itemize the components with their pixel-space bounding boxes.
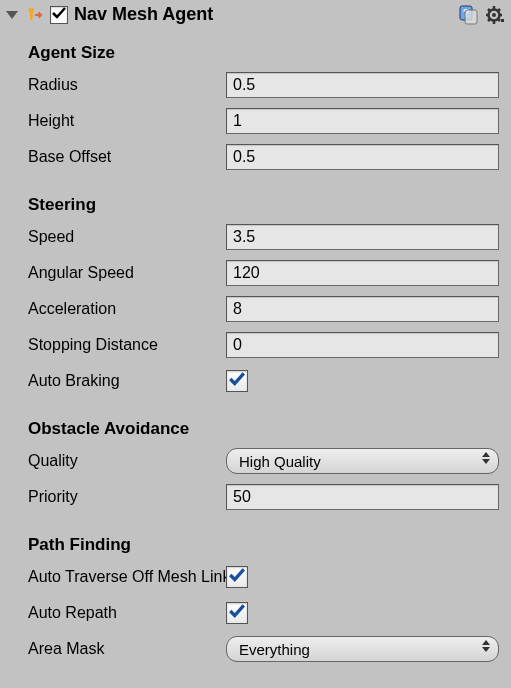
svg-point-0 [29, 7, 34, 12]
chevron-updown-icon [482, 452, 490, 464]
svg-rect-1 [30, 13, 33, 19]
stoppingdistance-label: Stopping Distance [28, 336, 226, 354]
autobraking-checkbox[interactable] [226, 370, 248, 392]
navmeshagent-component: Nav Mesh Agent ? Agent Siz [0, 0, 511, 673]
speed-row: Speed 3.5 [28, 221, 499, 253]
help-icon[interactable]: ? [459, 5, 479, 25]
baseoffset-row: Base Offset 0.5 [28, 141, 499, 173]
agent-size-section: Agent Size Radius 0.5 Height 1 Base Offs… [0, 29, 511, 181]
radius-row: Radius 0.5 [28, 69, 499, 101]
baseoffset-label: Base Offset [28, 148, 226, 166]
autotraverse-row: Auto Traverse Off Mesh Link [28, 561, 499, 593]
foldout-toggle-icon[interactable] [6, 11, 18, 19]
radius-label: Radius [28, 76, 226, 94]
svg-point-6 [492, 13, 496, 17]
autorepath-label: Auto Repath [28, 604, 226, 622]
radius-input[interactable]: 0.5 [226, 72, 499, 98]
baseoffset-input[interactable]: 0.5 [226, 144, 499, 170]
areamask-dropdown[interactable]: Everything [226, 636, 499, 662]
acceleration-row: Acceleration 8 [28, 293, 499, 325]
obstacle-avoidance-heading: Obstacle Avoidance [28, 419, 499, 439]
stoppingdistance-row: Stopping Distance 0 [28, 329, 499, 361]
navmeshagent-icon [24, 5, 44, 25]
quality-row: Quality High Quality [28, 445, 499, 477]
acceleration-label: Acceleration [28, 300, 226, 318]
autobraking-row: Auto Braking [28, 365, 499, 397]
component-enable-checkbox[interactable] [50, 6, 68, 24]
svg-rect-4 [465, 10, 477, 24]
component-title: Nav Mesh Agent [74, 4, 453, 25]
speed-label: Speed [28, 228, 226, 246]
steering-section: Steering Speed 3.5 Angular Speed 120 Acc… [0, 181, 511, 405]
height-input[interactable]: 1 [226, 108, 499, 134]
quality-dropdown[interactable]: High Quality [226, 448, 499, 474]
svg-line-14 [498, 9, 500, 11]
svg-line-11 [488, 9, 490, 11]
height-label: Height [28, 112, 226, 130]
priority-input[interactable]: 50 [226, 484, 499, 510]
autorepath-row: Auto Repath [28, 597, 499, 629]
pathfinding-heading: Path Finding [28, 535, 499, 555]
angularspeed-row: Angular Speed 120 [28, 257, 499, 289]
autotraverse-checkbox[interactable] [226, 566, 248, 588]
quality-label: Quality [28, 452, 226, 470]
priority-row: Priority 50 [28, 481, 499, 513]
obstacle-avoidance-section: Obstacle Avoidance Quality High Quality … [0, 405, 511, 521]
agent-size-heading: Agent Size [28, 43, 499, 63]
speed-input[interactable]: 3.5 [226, 224, 499, 250]
svg-rect-15 [501, 19, 504, 22]
autobraking-label: Auto Braking [28, 372, 226, 390]
height-row: Height 1 [28, 105, 499, 137]
steering-heading: Steering [28, 195, 499, 215]
priority-label: Priority [28, 488, 226, 506]
autotraverse-label: Auto Traverse Off Mesh Link [28, 568, 226, 586]
angularspeed-input[interactable]: 120 [226, 260, 499, 286]
areamask-value: Everything [239, 641, 310, 658]
areamask-label: Area Mask [28, 640, 226, 658]
gear-icon[interactable] [485, 5, 505, 25]
chevron-updown-icon [482, 640, 490, 652]
angularspeed-label: Angular Speed [28, 264, 226, 282]
areamask-row: Area Mask Everything [28, 633, 499, 665]
autorepath-checkbox[interactable] [226, 602, 248, 624]
svg-line-13 [488, 19, 490, 21]
pathfinding-section: Path Finding Auto Traverse Off Mesh Link… [0, 521, 511, 673]
svg-line-12 [498, 19, 500, 21]
stoppingdistance-input[interactable]: 0 [226, 332, 499, 358]
quality-value: High Quality [239, 453, 321, 470]
acceleration-input[interactable]: 8 [226, 296, 499, 322]
component-header: Nav Mesh Agent ? [0, 0, 511, 29]
